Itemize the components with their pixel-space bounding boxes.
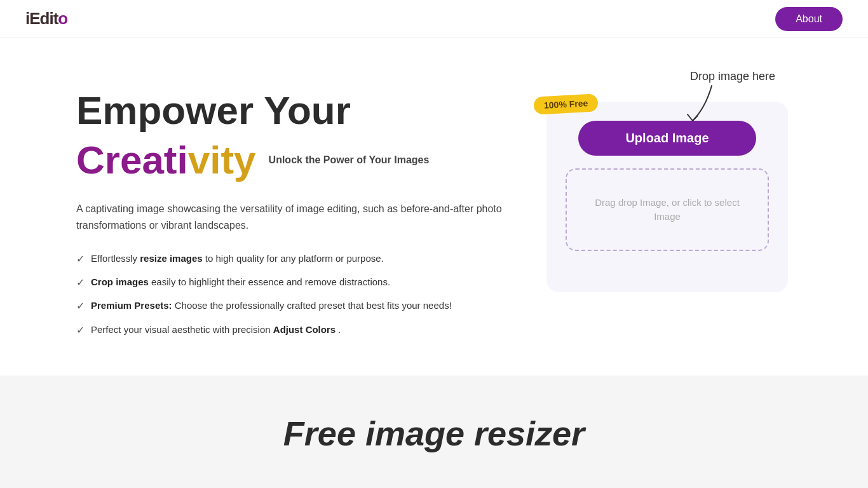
drag-drop-text: Drag drop Image, or click to select Imag…	[595, 196, 740, 224]
about-button[interactable]: About	[775, 7, 843, 31]
unlock-text: Unlock the Power of Your Images	[269, 154, 430, 166]
feature-bold-presets: Premium Presets:	[91, 300, 172, 311]
header: iEdito About	[0, 0, 868, 38]
upload-card: Upload Image Drag drop Image, or click t…	[546, 102, 788, 292]
features-list: ✓ Effortlessly resize images to high qua…	[76, 252, 521, 338]
right-content: Drop image here 100% Free Upload Image D…	[546, 89, 788, 292]
headline-creativity-row: Creativity Unlock the Power of Your Imag…	[76, 139, 521, 182]
feature-bold-crop: Crop images	[91, 276, 149, 287]
logo: iEdito	[25, 9, 67, 29]
feature-text-resize: Effortlessly resize images to high quali…	[91, 252, 384, 265]
drag-drop-line1: Drag drop Image, or click to select	[595, 197, 740, 208]
check-icon-colors: ✓	[76, 323, 85, 337]
logo-edito-text: Edito	[29, 9, 67, 28]
creativity-part2: vity	[188, 138, 256, 182]
free-badge: 100% Free	[533, 93, 599, 114]
feature-text-colors: Perfect your visual aesthetic with preci…	[91, 323, 341, 336]
drop-hint-text: Drop image here	[690, 70, 775, 83]
bottom-section: Free image resizer	[0, 376, 868, 488]
feature-item-resize: ✓ Effortlessly resize images to high qua…	[76, 252, 521, 266]
drop-arrow-icon	[674, 83, 718, 133]
feature-text-crop: Crop images easily to highlight their es…	[91, 275, 390, 288]
feature-bold-colors: Adjust Colors	[273, 324, 336, 335]
check-icon-resize: ✓	[76, 252, 85, 266]
feature-item-presets: ✓ Premium Presets: Choose the profession…	[76, 299, 521, 313]
drag-drop-area[interactable]: Drag drop Image, or click to select Imag…	[566, 168, 769, 251]
check-icon-crop: ✓	[76, 276, 85, 290]
hero-section: Empower Your Creativity Unlock the Power…	[0, 38, 868, 376]
creativity-text: Creativity	[76, 139, 256, 182]
left-content: Empower Your Creativity Unlock the Power…	[76, 76, 521, 337]
upload-image-button[interactable]: Upload Image	[578, 121, 756, 156]
check-icon-presets: ✓	[76, 299, 85, 313]
logo-o-accent: o	[58, 9, 67, 28]
headline-line1: Empower Your	[76, 89, 521, 132]
creativity-part1: Creati	[76, 138, 188, 182]
bottom-title: Free image resizer	[25, 414, 843, 453]
drag-drop-line2: Image	[654, 211, 681, 222]
feature-text-presets: Premium Presets: Choose the professional…	[91, 299, 452, 312]
hero-description: A captivating image showcasing the versa…	[76, 201, 508, 233]
feature-bold-resize: resize images	[140, 253, 202, 264]
feature-item-crop: ✓ Crop images easily to highlight their …	[76, 275, 521, 290]
feature-item-colors: ✓ Perfect your visual aesthetic with pre…	[76, 323, 521, 337]
